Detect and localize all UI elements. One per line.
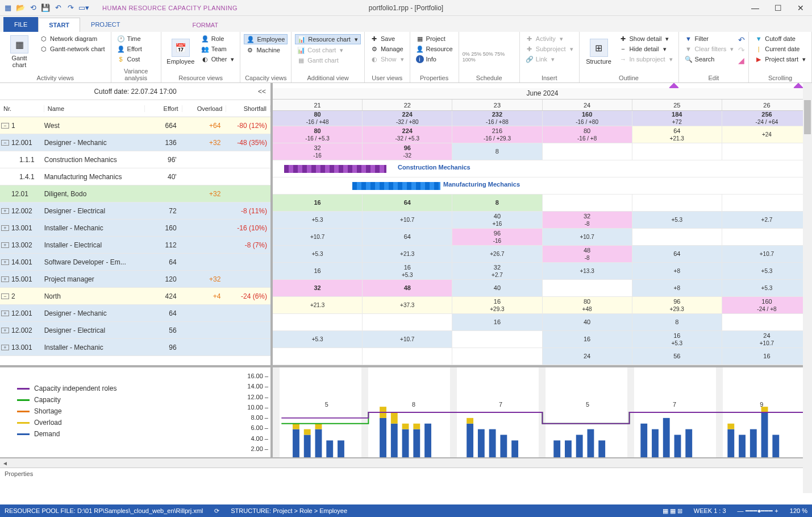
cutoff-date-button[interactable]: ▼Cutoff date — [752, 34, 808, 43]
ins-link-button[interactable]: 🔗Link ▾ — [523, 55, 576, 64]
expand-icon[interactable]: + — [1, 328, 9, 333]
day-header[interactable]: 21 — [273, 100, 363, 110]
day-header[interactable]: 25 — [632, 100, 722, 110]
status-refresh-icon[interactable]: ⟳ — [214, 507, 219, 515]
tab-format[interactable]: FORMAT — [182, 18, 228, 32]
filter-button[interactable]: ▼Filter — [682, 34, 736, 43]
prop-info-button[interactable]: iInfo — [414, 55, 455, 64]
cost-chart-button[interactable]: 📊Cost chart ▾ — [295, 46, 361, 55]
clear-filters-button[interactable]: ▼Clear filters ▾ — [682, 44, 736, 53]
expand-icon[interactable]: + — [1, 259, 9, 265]
manage-view-button[interactable]: ⚙Manage — [368, 44, 406, 53]
expand-icon[interactable]: + — [1, 276, 9, 282]
expand-icon[interactable]: + — [1, 208, 9, 214]
col-nr[interactable]: Nr. — [0, 105, 44, 112]
show-detail-button[interactable]: ✚Show detail ▾ — [617, 34, 675, 43]
h-scrollbar[interactable]: ◄► — [0, 458, 812, 468]
table-row[interactable]: +12.001Designer - Mechanic64 — [0, 305, 270, 322]
col-overload[interactable]: Overload — [182, 105, 227, 112]
prop-resource-button[interactable]: 👤Resource — [414, 44, 455, 53]
status-view-icons[interactable]: ▦ ▦ ⊞ — [663, 507, 682, 515]
table-row[interactable]: +12.002Designer - Electrical72-8 (11%) — [0, 202, 270, 220]
role-button[interactable]: 👤Role — [199, 34, 237, 43]
minimize-button[interactable]: — — [744, 0, 767, 16]
gantt-network-button[interactable]: ⬡Gantt-network chart — [38, 44, 107, 53]
table-row[interactable]: 12.01Diligent, Bodo+32 — [0, 185, 270, 202]
expand-icon[interactable]: + — [1, 242, 9, 248]
properties-pane[interactable]: Properties — [0, 468, 812, 479]
ins-activity-button[interactable]: ✚Activity ▾ — [523, 34, 576, 43]
table-row[interactable]: −2North424+4-24 (6%) — [0, 288, 270, 305]
resource-chart-button[interactable]: 📊Resource chart ▾ — [295, 34, 361, 44]
time-button[interactable]: 🕐Time — [115, 34, 144, 43]
expand-icon[interactable]: − — [1, 123, 9, 129]
cap-employee-button[interactable]: 👤Employee — [244, 34, 288, 44]
project-start-button[interactable]: ▶Project start ▾ — [752, 55, 808, 64]
gantt-mini-button[interactable]: ▦Gantt chart — [295, 56, 361, 65]
gantt-bar[interactable] — [284, 165, 386, 173]
redo-ribbon-icon[interactable]: ↷ — [738, 46, 745, 55]
table-row[interactable]: +12.002Designer - Electrical56 — [0, 322, 270, 339]
in-subproject-button[interactable]: →In subproject ▾ — [617, 55, 675, 64]
table-row[interactable]: −1West664+64-80 (12%) — [0, 117, 270, 134]
table-row[interactable]: +13.001Installer - Mechanic96 — [0, 339, 270, 356]
team-button[interactable]: 👥Team — [199, 44, 237, 53]
gantt-bar[interactable] — [352, 182, 440, 190]
structure-button[interactable]: ⊞Structure — [583, 33, 615, 71]
table-row[interactable]: +14.001Software Developer - Em...64 — [0, 254, 270, 271]
gantt-chart-button[interactable]: ▦Gantt chart — [3, 33, 35, 71]
app-icon[interactable]: ▦ — [3, 3, 13, 13]
col-name[interactable]: Name — [44, 105, 145, 112]
col-effort[interactable]: Effort — [145, 105, 182, 112]
v-scrollbar[interactable] — [803, 83, 812, 493]
expand-icon[interactable]: − — [1, 293, 9, 299]
svg-rect-31 — [674, 435, 681, 458]
undo-icon[interactable]: ↶ — [53, 3, 63, 13]
hide-detail-button[interactable]: −Hide detail ▾ — [617, 44, 675, 53]
search-button[interactable]: 🔍Search — [682, 55, 736, 64]
save-view-button[interactable]: ✚Save — [368, 34, 406, 43]
table-row[interactable]: −12.001Designer - Mechanic136+32-48 (35%… — [0, 134, 270, 151]
expand-icon[interactable]: + — [1, 225, 9, 231]
show-view-button[interactable]: ◐Show ▾ — [368, 55, 406, 64]
cost-button[interactable]: $Cost — [115, 55, 144, 64]
table-row[interactable]: 1.4.1Manufacturing Mechanics40' — [0, 168, 270, 185]
other-button[interactable]: ◐Other ▾ — [199, 55, 237, 64]
table-row[interactable]: +13.002Installer - Electrical112-8 (7%) — [0, 237, 270, 254]
redo-icon[interactable]: ↷ — [66, 3, 75, 13]
col-shortfall[interactable]: Shortfall — [226, 105, 270, 112]
table-row[interactable]: +15.001Project manager120+32 — [0, 271, 270, 288]
saveall-icon[interactable]: 💾 — [41, 3, 50, 13]
employee-view-button[interactable]: 📅Employee — [165, 33, 197, 71]
table-row[interactable]: +13.001Installer - Mechanic160-16 (10%) — [0, 220, 270, 237]
open-icon[interactable]: 📂 — [16, 3, 25, 13]
schedule-pct-icon[interactable]: 0% 25% 50% 75% 100% — [463, 51, 516, 63]
ins-subproject-button[interactable]: ✚Subproject ▾ — [523, 44, 576, 53]
prop-project-button[interactable]: ▦Project — [414, 34, 455, 43]
day-header[interactable]: 26 — [722, 100, 812, 110]
day-header[interactable]: 22 — [363, 100, 452, 110]
tab-file[interactable]: FILE — [3, 17, 38, 32]
expand-icon[interactable]: + — [1, 311, 9, 316]
zoom-slider[interactable]: — ━━━●━━━ + — [738, 507, 778, 515]
close-button[interactable]: ✕ — [789, 0, 812, 16]
svg-rect-0 — [293, 429, 299, 457]
expand-icon[interactable]: − — [1, 140, 9, 146]
maximize-button[interactable]: ☐ — [767, 0, 789, 16]
save-icon[interactable]: ⟲ — [28, 3, 38, 13]
cap-machine-button[interactable]: ⚙Machine — [244, 46, 288, 55]
network-diagram-button[interactable]: ⬡Network diagram — [38, 34, 107, 43]
tab-project[interactable]: PROJECT — [80, 17, 131, 32]
day-header[interactable]: 24 — [543, 100, 632, 110]
effort-button[interactable]: 👤Effort — [115, 44, 144, 53]
expand-icon[interactable]: + — [1, 345, 9, 350]
undo-ribbon-icon[interactable]: ↶ — [738, 35, 745, 44]
stack-icon[interactable]: ▭▾ — [78, 3, 88, 13]
erase-icon[interactable]: ◢ — [738, 56, 745, 65]
collapse-left-button[interactable]: << — [258, 88, 266, 96]
tab-start[interactable]: START — [38, 18, 80, 32]
table-row[interactable]: 1.1.1Construction Mechanics96' — [0, 151, 270, 168]
current-date-button[interactable]: |Current date — [752, 44, 808, 53]
svg-rect-15 — [413, 424, 420, 429]
day-header[interactable]: 23 — [452, 100, 542, 110]
